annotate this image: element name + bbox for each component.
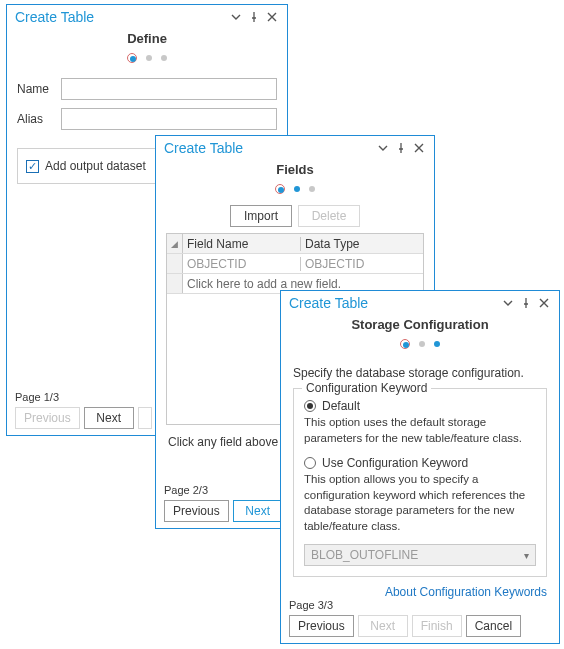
titlebar: Create Table: [156, 136, 434, 158]
stage-title: Storage Configuration: [281, 317, 559, 332]
alias-label: Alias: [17, 112, 61, 126]
row-selector[interactable]: [167, 274, 183, 293]
delete-button: Delete: [298, 205, 360, 227]
import-button[interactable]: Import: [230, 205, 292, 227]
step-indicator: [281, 336, 559, 350]
footer: Page 3/3 Previous Next Finish Cancel: [289, 599, 551, 637]
add-output-label: Add output dataset: [45, 159, 146, 173]
name-input[interactable]: [61, 78, 277, 100]
page-indicator: Page 3/3: [289, 599, 551, 611]
alias-row: Alias: [7, 104, 287, 134]
name-label: Name: [17, 82, 61, 96]
checkbox-icon[interactable]: ✓: [26, 160, 39, 173]
table-header: ◢ Field Name Data Type: [167, 234, 423, 254]
previous-button[interactable]: Previous: [289, 615, 354, 637]
step-indicator: [156, 181, 434, 195]
keyword-combo: BLOB_OUTOFLINE ▾: [304, 544, 536, 566]
option-default-desc: This option uses the default storage par…: [304, 415, 536, 446]
about-link-row: About Configuration Keywords: [281, 585, 547, 599]
cancel-button[interactable]: Cancel: [466, 615, 521, 637]
panel-title: Create Table: [164, 140, 374, 156]
expand-all-icon[interactable]: ◢: [167, 234, 183, 253]
stage-title: Fields: [156, 162, 434, 177]
dropdown-icon[interactable]: [499, 295, 517, 311]
step-dot-1: [400, 339, 410, 349]
next-button[interactable]: Next: [233, 500, 283, 522]
cell-field-name[interactable]: OBJECTID: [183, 257, 301, 271]
pin-icon[interactable]: [245, 9, 263, 25]
pin-icon[interactable]: [517, 295, 535, 311]
cell-data-type[interactable]: OBJECTID: [301, 257, 423, 271]
radio-icon[interactable]: [304, 457, 316, 469]
step-dot-2: [419, 341, 425, 347]
dropdown-icon[interactable]: [227, 9, 245, 25]
titlebar: Create Table: [281, 291, 559, 313]
table-row[interactable]: OBJECTID OBJECTID: [167, 254, 423, 274]
next-button: Next: [358, 615, 408, 637]
step-indicator: [7, 50, 287, 64]
radio-icon[interactable]: [304, 400, 316, 412]
step-dot-2: [294, 186, 300, 192]
previous-button[interactable]: Previous: [164, 500, 229, 522]
option-default[interactable]: Default: [304, 399, 536, 413]
pin-icon[interactable]: [392, 140, 410, 156]
combo-value: BLOB_OUTOFLINE: [311, 548, 418, 562]
dropdown-icon[interactable]: [374, 140, 392, 156]
about-link[interactable]: About Configuration Keywords: [385, 585, 547, 599]
close-icon[interactable]: [535, 295, 553, 311]
titlebar: Create Table: [7, 5, 287, 27]
create-table-panel-storage: Create Table Storage Configuration Speci…: [280, 290, 560, 644]
close-icon[interactable]: [410, 140, 428, 156]
finish-button: Finish: [412, 615, 462, 637]
stage-title: Define: [7, 31, 287, 46]
step-dot-1: [275, 184, 285, 194]
alias-input[interactable]: [61, 108, 277, 130]
step-dot-3: [161, 55, 167, 61]
name-row: Name: [7, 74, 287, 104]
option-keyword-label: Use Configuration Keyword: [322, 456, 468, 470]
chevron-down-icon: ▾: [524, 550, 529, 561]
config-keyword-group: Configuration Keyword Default This optio…: [293, 388, 547, 577]
option-default-label: Default: [322, 399, 360, 413]
option-keyword-desc: This option allows you to specify a conf…: [304, 472, 536, 534]
panel-title: Create Table: [15, 9, 227, 25]
col-data-type[interactable]: Data Type: [301, 237, 423, 251]
next-button[interactable]: Next: [84, 407, 134, 429]
step-dot-2: [146, 55, 152, 61]
row-selector[interactable]: [167, 254, 183, 273]
panel-title: Create Table: [289, 295, 499, 311]
group-legend: Configuration Keyword: [302, 381, 431, 395]
step-dot-3: [309, 186, 315, 192]
finish-button-clipped: [138, 407, 152, 429]
add-field-text[interactable]: Click here to add a new field.: [183, 277, 423, 291]
step-dot-3: [434, 341, 440, 347]
close-icon[interactable]: [263, 9, 281, 25]
option-keyword[interactable]: Use Configuration Keyword: [304, 456, 536, 470]
step-dot-1: [127, 53, 137, 63]
col-field-name[interactable]: Field Name: [183, 237, 301, 251]
previous-button: Previous: [15, 407, 80, 429]
storage-desc: Specify the database storage configurati…: [293, 366, 547, 380]
